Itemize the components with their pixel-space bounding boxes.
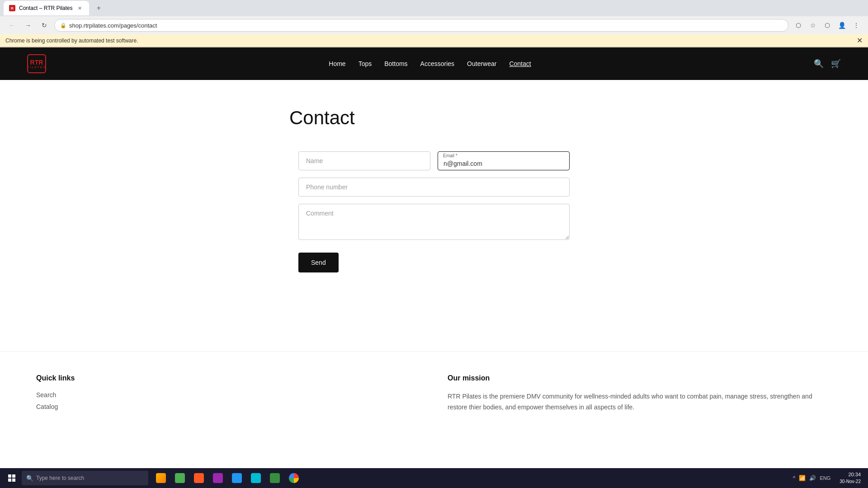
browser-chrome: R Contact – RTR Pilates ✕ + ← → ↻ 🔒 shop… (0, 0, 868, 47)
browser-title-bar: R Contact – RTR Pilates ✕ + (0, 0, 868, 16)
send-button[interactable]: Send (298, 253, 339, 272)
quick-links-section: Quick links Search Catalog (36, 374, 420, 415)
name-field-wrapper (298, 151, 430, 170)
forward-button[interactable]: → (22, 19, 34, 32)
main-content: Contact Email * Send (0, 80, 868, 351)
reload-button[interactable]: ↻ (38, 19, 51, 32)
nav-bottoms[interactable]: Bottoms (384, 60, 407, 67)
comment-input[interactable] (298, 204, 570, 240)
browser-navigation-bar: ← → ↻ 🔒 shop.rtrpilates.com/pages/contac… (0, 16, 868, 34)
mission-text: RTR Pilates is the premiere DMV communit… (448, 391, 832, 413)
site-navigation: Home Tops Bottoms Accessories Outerwear … (329, 60, 531, 67)
nav-accessories[interactable]: Accessories (420, 60, 454, 67)
logo-rtr-text: RTR (30, 59, 43, 66)
tab-title: Contact – RTR Pilates (19, 5, 73, 11)
site-header: RTR PILATES Home Tops Bottoms Accessorie… (0, 47, 868, 80)
extensions-icon[interactable]: ⬡ (821, 19, 834, 32)
email-label: Email * (443, 153, 458, 158)
nav-contact[interactable]: Contact (509, 60, 531, 67)
mission-title: Our mission (448, 374, 832, 382)
new-tab-button[interactable]: + (93, 2, 105, 14)
search-icon[interactable]: 🔍 (814, 59, 824, 69)
lock-icon: 🔒 (60, 23, 66, 28)
nav-outerwear[interactable]: Outerwear (467, 60, 496, 67)
footer-link-catalog[interactable]: Catalog (36, 403, 420, 410)
profile-icon[interactable]: 👤 (835, 19, 848, 32)
tab-close-button[interactable]: ✕ (76, 5, 84, 12)
automation-notice-bar: Chrome is being controlled by automated … (0, 34, 868, 47)
automation-notice-text: Chrome is being controlled by automated … (5, 38, 138, 44)
mission-section: Our mission RTR Pilates is the premiere … (448, 374, 832, 415)
logo-mark: RTR PILATES (27, 54, 46, 73)
tab-favicon: R (9, 5, 15, 11)
name-input[interactable] (298, 151, 430, 170)
nav-home[interactable]: Home (329, 60, 345, 67)
menu-icon[interactable]: ⋮ (850, 19, 863, 32)
quick-links-title: Quick links (36, 374, 420, 382)
screen-cast-icon[interactable]: ⬡ (792, 19, 805, 32)
footer-link-search[interactable]: Search (36, 391, 420, 399)
contact-form: Email * Send (298, 151, 570, 272)
cart-icon[interactable]: 🛒 (831, 59, 841, 69)
bookmark-icon[interactable]: ☆ (807, 19, 819, 32)
site-logo[interactable]: RTR PILATES (27, 54, 46, 73)
nav-tops[interactable]: Tops (359, 60, 372, 67)
browser-action-icons: ⬡ ☆ ⬡ 👤 ⋮ (792, 19, 863, 32)
footer-grid: Quick links Search Catalog Our mission R… (36, 374, 832, 415)
url-bar[interactable]: 🔒 shop.rtrpilates.com/pages/contact (54, 19, 788, 32)
url-text: shop.rtrpilates.com/pages/contact (69, 22, 783, 29)
comment-field-wrapper (298, 204, 570, 242)
header-icons: 🔍 🛒 (814, 59, 841, 69)
logo-pilates-text: PILATES (27, 66, 46, 69)
site-footer: Quick links Search Catalog Our mission R… (0, 351, 868, 433)
browser-tab-active[interactable]: R Contact – RTR Pilates ✕ (4, 1, 89, 15)
phone-field-wrapper (298, 178, 570, 197)
email-field-wrapper: Email * (438, 151, 570, 170)
page-title: Contact (289, 107, 579, 129)
back-button[interactable]: ← (5, 19, 18, 32)
automation-dismiss-button[interactable]: ✕ (857, 36, 863, 45)
name-email-row: Email * (298, 151, 570, 170)
phone-input[interactable] (298, 178, 570, 197)
